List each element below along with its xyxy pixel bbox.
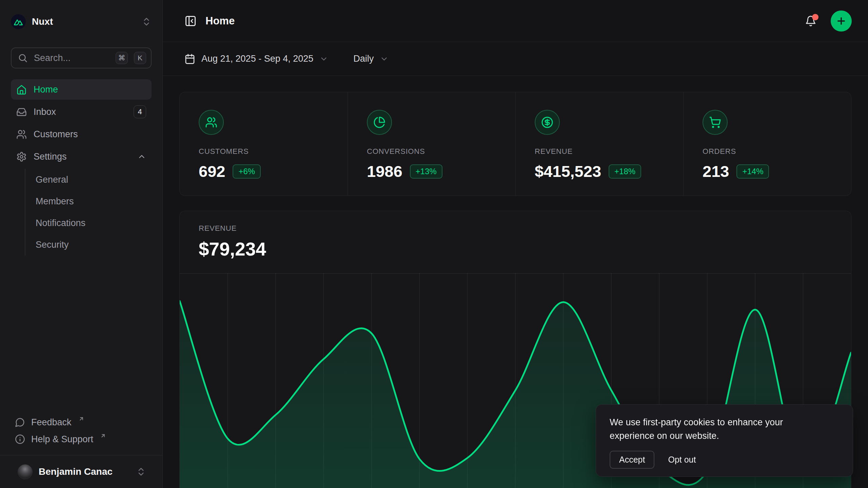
chat-bubble-icon	[15, 417, 25, 427]
notification-unread-dot	[812, 14, 818, 20]
cookie-banner: We use first-party cookies to enhance yo…	[596, 404, 853, 477]
stat-delta-badge: +13%	[410, 164, 442, 179]
search-input[interactable]: Search... ⌘ K	[11, 47, 152, 68]
users-icon	[205, 116, 217, 128]
kbd-k: K	[134, 52, 146, 64]
revenue-total: $79,234	[199, 238, 851, 260]
arrow-up-right-icon	[78, 416, 84, 422]
kbd-meta: ⌘	[116, 52, 128, 64]
stat-value: 213	[703, 162, 729, 181]
users-icon	[16, 129, 27, 140]
gear-icon	[16, 151, 27, 162]
shopping-cart-icon	[709, 116, 721, 128]
chevron-up-icon	[137, 152, 146, 161]
sidebar-item-customers[interactable]: Customers	[11, 124, 152, 144]
stats-row: CUSTOMERS 692 +6% CONVERSIONS 1986 +13% …	[179, 92, 851, 196]
stat-orders[interactable]: ORDERS 213 +14%	[683, 92, 851, 196]
sidebar-spacer	[0, 256, 162, 414]
sidebar-collapse-button[interactable]	[184, 15, 197, 27]
sidebar-item-general[interactable]: General	[36, 169, 152, 190]
sidebar-item-label: Inbox	[34, 107, 127, 117]
stat-delta-badge: +18%	[609, 164, 641, 179]
home-icon	[16, 84, 27, 95]
help-support-link[interactable]: Help & Support	[11, 431, 152, 448]
interval-value: Daily	[353, 54, 374, 64]
circle-dollar-icon	[541, 116, 553, 128]
page-title: Home	[205, 15, 805, 27]
revenue-label: REVENUE	[199, 224, 851, 233]
stat-label: CONVERSIONS	[367, 147, 515, 156]
cookie-message: We use first-party cookies to enhance yo…	[610, 415, 820, 443]
stat-conversions[interactable]: CONVERSIONS 1986 +13%	[348, 92, 515, 196]
stat-revenue[interactable]: REVENUE $415,523 +18%	[515, 92, 683, 196]
stat-customers[interactable]: CUSTOMERS 692 +6%	[180, 92, 348, 196]
help-support-label: Help & Support	[31, 434, 93, 445]
pie-chart-icon	[373, 116, 386, 128]
chevrons-up-down-icon	[136, 467, 146, 477]
sidebar-item-label: Customers	[34, 129, 146, 140]
stat-label: ORDERS	[703, 147, 851, 156]
sidebar-item-inbox[interactable]: Inbox 4	[11, 102, 152, 122]
date-range-value: Aug 21, 2025 - Sep 4, 2025	[201, 54, 313, 64]
accept-button[interactable]: Accept	[610, 451, 654, 469]
arrow-up-right-icon	[100, 433, 106, 439]
topbar: Home	[163, 0, 868, 42]
sidebar-footer: Feedback Help & Support	[11, 414, 152, 448]
sidebar-item-home[interactable]: Home	[11, 79, 152, 100]
stat-label: CUSTOMERS	[199, 147, 348, 156]
org-switcher[interactable]: Nuxt	[11, 14, 152, 30]
chevrons-up-down-icon	[141, 17, 152, 27]
add-button[interactable]	[831, 11, 852, 32]
nuxt-logo-icon	[11, 14, 26, 29]
sidebar-nav: Home Inbox 4 Customers Settings General …	[11, 79, 152, 256]
opt-out-button[interactable]: Opt out	[659, 451, 705, 468]
user-name: Benjamin Canac	[39, 466, 130, 477]
chevron-down-icon	[380, 55, 389, 63]
stat-label: REVENUE	[535, 147, 683, 156]
sidebar-item-notifications[interactable]: Notifications	[36, 212, 152, 234]
avatar	[18, 464, 33, 479]
search-icon	[18, 53, 28, 63]
stat-delta-badge: +6%	[233, 164, 261, 179]
calendar-icon	[184, 54, 195, 64]
stat-value: $415,523	[535, 162, 601, 181]
plus-icon	[836, 16, 847, 26]
stat-value: 692	[199, 162, 225, 181]
search-placeholder: Search...	[34, 53, 110, 63]
settings-subnav: General Members Notifications Security	[25, 169, 152, 256]
sidebar-item-label: Settings	[34, 151, 131, 162]
org-name: Nuxt	[32, 16, 135, 27]
sidebar-item-members[interactable]: Members	[36, 190, 152, 212]
inbox-icon	[16, 107, 27, 117]
chevron-down-icon	[319, 55, 328, 63]
stat-value: 1986	[367, 162, 402, 181]
notifications-button[interactable]	[805, 15, 816, 27]
info-circle-icon	[15, 434, 25, 444]
panel-left-close-icon	[184, 15, 197, 27]
stat-delta-badge: +14%	[736, 164, 769, 179]
sidebar-item-security[interactable]: Security	[36, 234, 152, 256]
feedback-label: Feedback	[31, 417, 72, 428]
user-menu[interactable]: Benjamin Canac	[0, 455, 162, 488]
sidebar-item-settings[interactable]: Settings	[11, 146, 152, 167]
sidebar-item-label: Home	[34, 84, 146, 95]
date-range-picker[interactable]: Aug 21, 2025 - Sep 4, 2025	[184, 54, 328, 64]
inbox-count-badge: 4	[134, 105, 146, 118]
interval-select[interactable]: Daily	[353, 54, 389, 64]
feedback-link[interactable]: Feedback	[11, 414, 152, 431]
filter-bar: Aug 21, 2025 - Sep 4, 2025 Daily	[163, 42, 868, 76]
sidebar: Nuxt Search... ⌘ K Home Inbox 4 Customer…	[0, 0, 163, 488]
